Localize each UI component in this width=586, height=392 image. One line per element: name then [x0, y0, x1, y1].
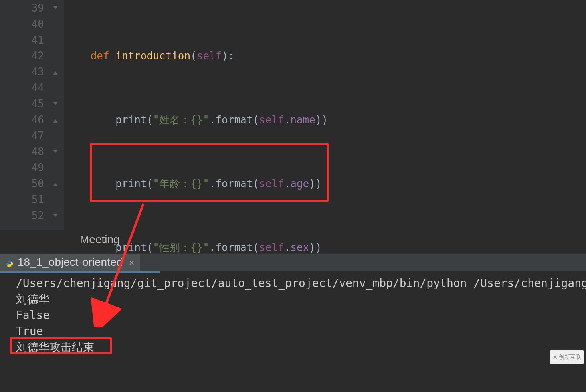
- string-literal: "姓名：{}": [153, 114, 209, 126]
- format-call: .format(: [209, 242, 259, 253]
- fold-end-icon: [53, 183, 58, 188]
- self-ref: self: [259, 114, 284, 126]
- print-call: print: [115, 114, 146, 126]
- editor-gutter: 39 40 41 42 43 44 45 46 47 48 49 50 51 5…: [0, 0, 64, 230]
- code-line[interactable]: print("年龄：{}".format(self.age)): [65, 176, 586, 192]
- console-output: 刘德华攻击结束: [16, 339, 586, 355]
- keyword-def: def: [91, 50, 109, 62]
- string-literal: "年龄：{}": [153, 178, 209, 190]
- line-number: 49: [0, 160, 44, 176]
- console-command: /Users/chenjigang/git_project/auto_test_…: [16, 275, 586, 291]
- line-number: 46: [0, 112, 44, 128]
- code-line[interactable]: print("性别：{}".format(self.sex)): [65, 240, 586, 255]
- fold-toggle-icon[interactable]: [53, 101, 58, 106]
- tab-active-indicator: [0, 271, 160, 273]
- python-file-icon: [6, 258, 14, 266]
- line-number: 43: [0, 64, 44, 80]
- attr-age: age: [290, 178, 309, 190]
- code-line[interactable]: print("姓名：{}".format(self.name)): [65, 112, 586, 128]
- console-output: False: [16, 307, 586, 323]
- fold-end-icon: [53, 71, 58, 76]
- function-name: introduction: [115, 50, 190, 62]
- line-number: 39: [0, 0, 44, 16]
- line-number: 50: [0, 176, 44, 192]
- code-editor[interactable]: 39 40 41 42 43 44 45 46 47 48 49 50 51 5…: [0, 0, 586, 230]
- close-icon[interactable]: ✕: [129, 257, 134, 267]
- self-ref: self: [259, 242, 284, 253]
- print-call: print: [115, 242, 146, 253]
- attr-name: name: [290, 114, 315, 126]
- console-output: True: [16, 323, 586, 339]
- format-call: .format(: [209, 178, 259, 190]
- format-call: .format(: [209, 114, 259, 126]
- run-tabs-bar: 18_1_object-oriented ✕: [0, 253, 586, 271]
- fold-toggle-icon[interactable]: [53, 6, 58, 10]
- line-number: 44: [0, 80, 44, 96]
- run-console[interactable]: /Users/chenjigang/git_project/auto_test_…: [0, 273, 586, 392]
- code-line[interactable]: def introduction(self):: [65, 48, 586, 64]
- run-tab[interactable]: 18_1_object-oriented ✕: [0, 254, 140, 271]
- print-call: print: [115, 178, 146, 190]
- self-ref: self: [259, 178, 284, 190]
- console-output: 刘德华: [16, 291, 586, 307]
- fold-toggle-icon[interactable]: [53, 149, 58, 154]
- line-number: 47: [0, 128, 44, 144]
- line-number: 48: [0, 144, 44, 160]
- line-number: 42: [0, 48, 44, 64]
- fold-toggle-icon[interactable]: [53, 213, 58, 218]
- breadcrumb[interactable]: Meeting: [80, 233, 120, 246]
- line-number: 40: [0, 16, 44, 32]
- watermark-text: 创新互联: [559, 354, 581, 361]
- string-literal: "性别：{}": [153, 242, 209, 253]
- line-number: 41: [0, 32, 44, 48]
- self-param: self: [197, 50, 222, 62]
- line-number: 45: [0, 96, 44, 112]
- attr-sex: sex: [290, 242, 309, 253]
- run-tab-label: 18_1_object-oriented: [18, 256, 123, 269]
- line-number: 52: [0, 208, 44, 224]
- fold-end-icon: [53, 119, 58, 124]
- code-area[interactable]: def introduction(self): print("姓名：{}".fo…: [64, 0, 586, 230]
- line-number: 51: [0, 192, 44, 208]
- watermark-logo: ✕创新互联: [550, 350, 584, 364]
